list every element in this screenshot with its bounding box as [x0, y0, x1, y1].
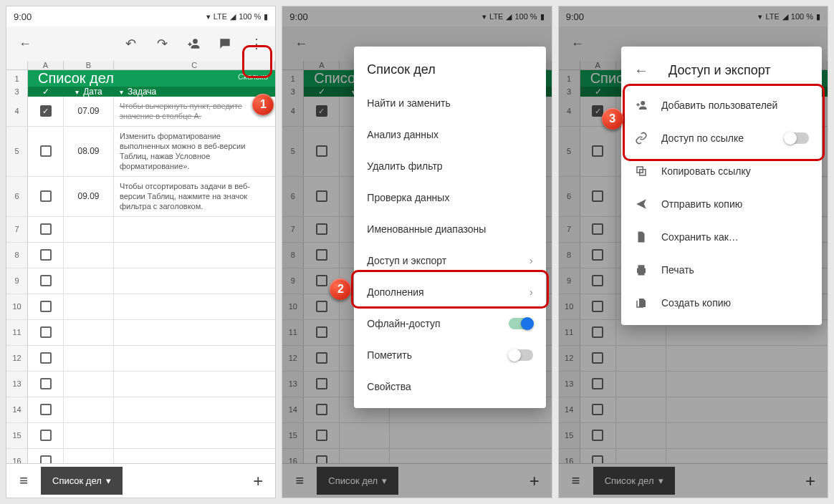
menu-item[interactable]: Добавить пользователей: [621, 89, 822, 122]
row-num[interactable]: 6: [6, 177, 28, 216]
title-cell[interactable]: Список дел Сколько: [28, 70, 275, 87]
cell-checkbox[interactable]: [28, 449, 64, 463]
col-header-a[interactable]: A: [28, 61, 64, 69]
table-row[interactable]: 15: [6, 423, 275, 449]
header-date[interactable]: ▾Дата: [64, 87, 114, 97]
more-button[interactable]: ⋮: [244, 31, 269, 57]
cell-date[interactable]: 07.09: [64, 97, 114, 126]
menu-item[interactable]: Удалить фильтр: [354, 150, 545, 182]
menu-item[interactable]: Свойства: [354, 371, 545, 402]
cell-checkbox[interactable]: [28, 372, 64, 397]
menu-item[interactable]: Проверка данных: [354, 182, 545, 213]
row-num[interactable]: 13: [6, 372, 28, 397]
cell-task[interactable]: [114, 294, 275, 319]
cell-date[interactable]: [64, 372, 114, 397]
spreadsheet[interactable]: A B C 1 Список дел Сколько 3 ✓ ▾Дата ▾За…: [6, 61, 275, 463]
cell-task[interactable]: [114, 346, 275, 371]
table-row[interactable]: 12: [6, 346, 275, 372]
cell-date[interactable]: [64, 294, 114, 319]
cell-checkbox[interactable]: [28, 294, 64, 319]
cell-task[interactable]: [114, 397, 275, 422]
header-check[interactable]: ✓: [28, 87, 64, 97]
cell-task[interactable]: [114, 268, 275, 294]
cell-task[interactable]: [114, 423, 275, 448]
menu-item[interactable]: Пометить: [354, 339, 545, 371]
row-num[interactable]: 1: [6, 70, 28, 87]
cell-date[interactable]: [64, 243, 114, 268]
col-header-c[interactable]: C: [114, 61, 275, 69]
redo-button[interactable]: ↷: [149, 31, 175, 57]
cell-date[interactable]: [64, 423, 114, 448]
cell-checkbox[interactable]: [28, 243, 64, 268]
cell-date[interactable]: [64, 320, 114, 345]
cell-date[interactable]: 09.09: [64, 177, 114, 216]
table-row[interactable]: 7: [6, 217, 275, 243]
add-sheet-button[interactable]: +: [241, 471, 275, 491]
table-row[interactable]: 9: [6, 268, 275, 294]
cell-date[interactable]: [64, 268, 114, 294]
cell-checkbox[interactable]: [28, 423, 64, 448]
add-person-button[interactable]: [181, 31, 206, 57]
table-row[interactable]: 10: [6, 294, 275, 320]
table-row[interactable]: 14: [6, 397, 275, 423]
cell-checkbox[interactable]: [28, 127, 64, 176]
toggle-switch[interactable]: [509, 349, 533, 361]
row-num[interactable]: 15: [6, 423, 28, 448]
menu-item[interactable]: Печать: [621, 253, 822, 286]
cell-task[interactable]: Чтобы отсортировать задачи в веб-версии …: [114, 177, 275, 216]
row-num[interactable]: 5: [6, 127, 28, 176]
menu-item[interactable]: Именованные диапазоны: [354, 213, 545, 245]
menu-item[interactable]: Отправить копию: [621, 188, 822, 220]
cell-task[interactable]: [114, 320, 275, 345]
cell-task[interactable]: Чтобы вычеркнуть пункт, введите значение…: [114, 97, 275, 126]
sheet-tab[interactable]: Список дел ▾: [41, 467, 123, 495]
cell-task[interactable]: [114, 217, 275, 242]
menu-item[interactable]: Дополнения›: [354, 276, 545, 308]
table-row[interactable]: 13: [6, 372, 275, 397]
row-num[interactable]: 12: [6, 346, 28, 371]
menu-item[interactable]: Доступ и экспорт›: [354, 245, 545, 276]
menu-item[interactable]: Копировать ссылку: [621, 155, 822, 188]
menu-item[interactable]: Доступ по ссылке: [621, 122, 822, 155]
comment-button[interactable]: [212, 31, 238, 57]
row-num[interactable]: 4: [6, 97, 28, 126]
cell-checkbox[interactable]: [28, 320, 64, 345]
cell-date[interactable]: 08.09: [64, 127, 114, 176]
menu-item[interactable]: Сохранить как…: [621, 220, 822, 253]
cell-task[interactable]: Изменить форматирование выполненных можн…: [114, 127, 275, 176]
cell-checkbox[interactable]: [28, 217, 64, 242]
cell-checkbox[interactable]: ✓: [28, 97, 64, 126]
table-row[interactable]: 5 08.09 Изменить форматирование выполнен…: [6, 127, 275, 177]
col-header-b[interactable]: B: [64, 61, 114, 69]
cell-checkbox[interactable]: [28, 397, 64, 422]
menu-item[interactable]: Анализ данных: [354, 119, 545, 150]
row-num[interactable]: 16: [6, 449, 28, 463]
row-num[interactable]: 11: [6, 320, 28, 345]
cell-checkbox[interactable]: [28, 177, 64, 216]
row-num[interactable]: 9: [6, 268, 28, 294]
toggle-switch[interactable]: [785, 132, 809, 144]
menu-item[interactable]: Создать копию: [621, 286, 822, 319]
cell-date[interactable]: [64, 217, 114, 242]
menu-item[interactable]: Офлайн-доступ: [354, 308, 545, 339]
cell-date[interactable]: [64, 449, 114, 463]
cell-task[interactable]: [114, 372, 275, 397]
menu-back-button[interactable]: ←: [634, 62, 656, 79]
toggle-switch[interactable]: [509, 318, 533, 329]
table-row[interactable]: 6 09.09 Чтобы отсортировать задачи в веб…: [6, 177, 275, 217]
cell-task[interactable]: [114, 449, 275, 463]
back-button[interactable]: ←: [12, 31, 38, 57]
table-row[interactable]: 11: [6, 320, 275, 346]
row-num[interactable]: 14: [6, 397, 28, 422]
cell-date[interactable]: [64, 397, 114, 422]
row-num[interactable]: 10: [6, 294, 28, 319]
header-task[interactable]: ▾Задача: [114, 87, 275, 97]
table-row[interactable]: 16: [6, 449, 275, 463]
all-sheets-button[interactable]: ≡: [6, 472, 41, 489]
row-num[interactable]: 8: [6, 243, 28, 268]
cell-date[interactable]: [64, 346, 114, 371]
cell-task[interactable]: [114, 243, 275, 268]
undo-button[interactable]: ↶: [118, 31, 143, 57]
cell-checkbox[interactable]: [28, 346, 64, 371]
table-row[interactable]: 8: [6, 243, 275, 268]
